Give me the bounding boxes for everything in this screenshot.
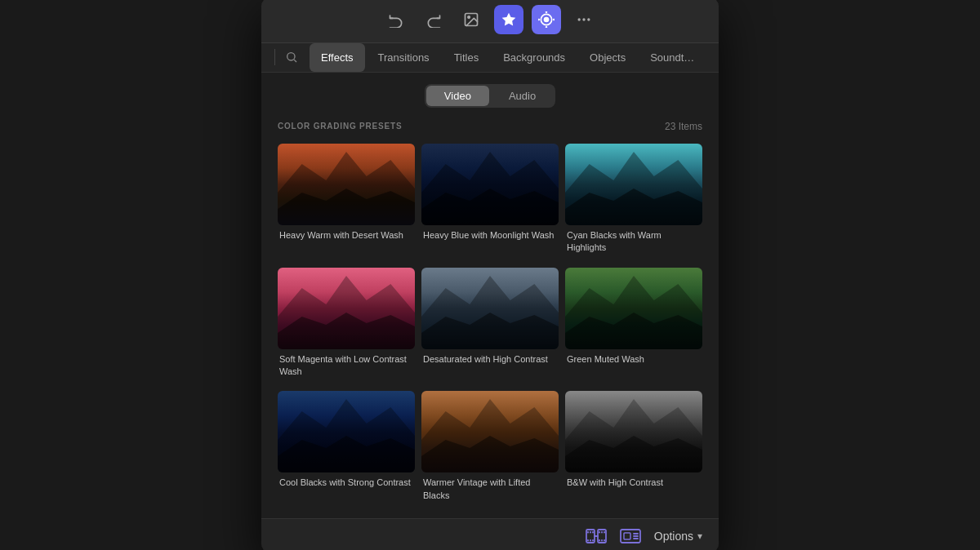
bottom-bar: Options ▾ bbox=[261, 518, 719, 550]
tab-transitions[interactable]: Transitions bbox=[367, 43, 441, 72]
nav-divider-left bbox=[274, 49, 275, 65]
audio-toggle-button[interactable]: Audio bbox=[491, 86, 554, 106]
top-toolbar bbox=[261, 0, 719, 43]
preset-item-green-muted[interactable]: Green Muted Wash bbox=[562, 264, 706, 388]
preset-label-heavy-warm: Heavy Warm with Desert Wash bbox=[278, 225, 415, 248]
svg-point-9 bbox=[578, 18, 581, 20]
preset-label-soft-magenta: Soft Magenta with Low Contrast Wash bbox=[278, 349, 415, 385]
svg-marker-23 bbox=[421, 313, 559, 349]
preset-item-soft-magenta[interactable]: Soft Magenta with Low Contrast Wash bbox=[274, 264, 418, 388]
section-count: 23 Items bbox=[665, 121, 702, 132]
media-button[interactable] bbox=[457, 5, 486, 34]
search-button[interactable] bbox=[280, 46, 303, 69]
preset-thumb-green-muted bbox=[565, 268, 702, 349]
svg-marker-30 bbox=[565, 399, 702, 472]
effects-button[interactable] bbox=[494, 5, 523, 34]
svg-marker-19 bbox=[565, 189, 702, 225]
preset-thumb-desaturated bbox=[421, 268, 559, 349]
tab-soundtrack[interactable]: Soundt… bbox=[639, 43, 706, 72]
svg-marker-20 bbox=[278, 276, 415, 349]
preset-label-bw: B&W with High Contrast bbox=[565, 472, 702, 495]
svg-marker-21 bbox=[278, 313, 415, 349]
svg-point-4 bbox=[545, 17, 549, 21]
filmstrip-icon[interactable] bbox=[586, 527, 607, 545]
preview-icon[interactable] bbox=[620, 527, 641, 545]
preset-thumb-soft-magenta bbox=[278, 268, 415, 349]
preset-label-cyan-blacks: Cyan Blacks with Warm Highlights bbox=[565, 225, 702, 261]
preset-label-warmer-vintage: Warmer Vintage with Lifted Blacks bbox=[421, 472, 559, 508]
svg-point-5 bbox=[546, 11, 548, 13]
media-type-toggle: Video Audio bbox=[261, 73, 719, 116]
preset-item-desaturated[interactable]: Desaturated with High Contrast bbox=[418, 264, 562, 388]
preset-item-heavy-warm[interactable]: Heavy Warm with Desert Wash bbox=[274, 140, 418, 264]
preset-label-heavy-blue: Heavy Blue with Moonlight Wash bbox=[421, 225, 559, 248]
preset-label-green-muted: Green Muted Wash bbox=[565, 349, 702, 372]
preset-thumb-cool-blacks bbox=[278, 391, 415, 472]
app-window: Effects Transitions Titles Backgrounds O… bbox=[261, 0, 719, 550]
tab-titles[interactable]: Titles bbox=[443, 43, 491, 72]
preset-item-cool-blacks[interactable]: Cool Blacks with Strong Contrast bbox=[274, 388, 418, 512]
more-button[interactable] bbox=[569, 5, 599, 34]
preset-item-cyan-blacks[interactable]: Cyan Blacks with Warm Highlights bbox=[562, 140, 706, 264]
preset-thumb-heavy-blue bbox=[421, 144, 559, 225]
svg-point-11 bbox=[587, 18, 590, 20]
svg-marker-29 bbox=[421, 436, 559, 472]
svg-marker-15 bbox=[278, 189, 415, 225]
svg-marker-28 bbox=[421, 399, 559, 472]
presets-grid: Heavy Warm with Desert Wash Heavy Blue w… bbox=[261, 140, 719, 512]
svg-marker-22 bbox=[421, 276, 559, 349]
preset-thumb-warmer-vintage bbox=[421, 391, 559, 472]
svg-point-6 bbox=[546, 26, 548, 28]
tab-effects[interactable]: Effects bbox=[310, 43, 365, 72]
svg-point-10 bbox=[582, 18, 585, 20]
video-toggle-button[interactable]: Video bbox=[426, 86, 489, 106]
svg-marker-2 bbox=[502, 12, 516, 25]
svg-point-8 bbox=[553, 19, 555, 21]
preset-label-desaturated: Desaturated with High Contrast bbox=[421, 349, 559, 372]
svg-marker-24 bbox=[565, 276, 702, 349]
preset-item-warmer-vintage[interactable]: Warmer Vintage with Lifted Blacks bbox=[418, 388, 562, 512]
preset-item-heavy-blue[interactable]: Heavy Blue with Moonlight Wash bbox=[418, 140, 562, 264]
svg-marker-16 bbox=[421, 152, 559, 225]
redo-button[interactable] bbox=[419, 5, 448, 34]
chevron-down-icon: ▾ bbox=[697, 530, 702, 542]
svg-marker-27 bbox=[278, 436, 415, 472]
svg-marker-25 bbox=[565, 313, 702, 349]
options-label: Options bbox=[654, 530, 693, 543]
tab-objects[interactable]: Objects bbox=[578, 43, 637, 72]
svg-point-1 bbox=[468, 16, 470, 18]
svg-marker-31 bbox=[565, 436, 702, 472]
preset-thumb-cyan-blacks bbox=[565, 144, 702, 225]
preset-item-bw[interactable]: B&W with High Contrast bbox=[562, 388, 706, 512]
nav-tabs: Effects Transitions Titles Backgrounds O… bbox=[261, 43, 719, 73]
svg-marker-26 bbox=[278, 399, 415, 472]
options-button[interactable]: Options ▾ bbox=[654, 530, 702, 543]
svg-line-13 bbox=[294, 60, 296, 62]
preset-label-cool-blacks: Cool Blacks with Strong Contrast bbox=[278, 472, 415, 495]
tab-backgrounds[interactable]: Backgrounds bbox=[492, 43, 577, 72]
preset-thumb-heavy-warm bbox=[278, 144, 415, 225]
section-label: COLOR GRADING PRESETS bbox=[278, 122, 402, 131]
svg-point-7 bbox=[538, 19, 540, 21]
content-area: Video Audio COLOR GRADING PRESETS 23 Ite… bbox=[261, 73, 719, 550]
section-header: COLOR GRADING PRESETS 23 Items bbox=[261, 116, 719, 140]
svg-rect-47 bbox=[624, 533, 630, 539]
svg-point-12 bbox=[287, 53, 295, 60]
keyframe-button[interactable] bbox=[532, 5, 561, 34]
svg-marker-14 bbox=[278, 152, 415, 225]
preset-thumb-bw bbox=[565, 391, 702, 472]
svg-marker-17 bbox=[421, 189, 559, 225]
svg-marker-18 bbox=[565, 152, 702, 225]
undo-button[interactable] bbox=[381, 5, 411, 34]
